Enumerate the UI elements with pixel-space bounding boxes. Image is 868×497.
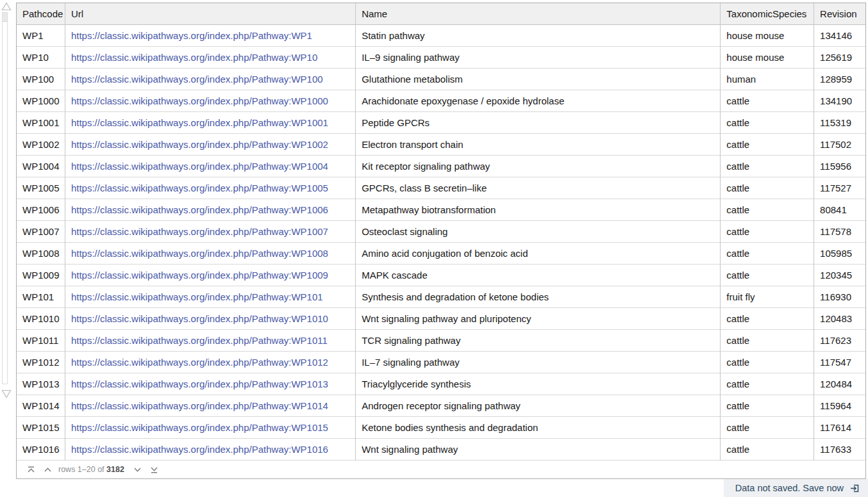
save-now-button[interactable]: Data not saved. Save now <box>724 479 868 497</box>
cell-name[interactable]: Statin pathway <box>356 25 721 47</box>
column-header-taxonomicspecies[interactable]: TaxonomicSpecies <box>721 3 814 25</box>
cell-revision[interactable]: 117502 <box>814 134 865 156</box>
column-header-url[interactable]: Url <box>65 3 356 25</box>
cell-species[interactable]: cattle <box>721 90 814 112</box>
cell-name[interactable]: Ketone bodies synthesis and degradation <box>356 417 721 439</box>
cell-revision[interactable]: 120484 <box>814 373 865 395</box>
pathway-link[interactable]: https://classic.wikipathways.org/index.p… <box>71 161 328 172</box>
cell-pathcode[interactable]: WP1012 <box>17 352 65 373</box>
cell-revision[interactable]: 117547 <box>814 352 865 373</box>
cell-revision[interactable]: 134146 <box>814 25 865 47</box>
cell-pathcode[interactable]: WP101 <box>17 286 65 308</box>
pathway-link[interactable]: https://classic.wikipathways.org/index.p… <box>71 95 328 106</box>
cell-name[interactable]: Triacylglyceride synthesis <box>356 373 721 395</box>
cell-pathcode[interactable]: WP1011 <box>17 330 65 352</box>
column-header-revision[interactable]: Revision <box>814 3 865 25</box>
first-page-button[interactable] <box>22 462 39 477</box>
cell-pathcode[interactable]: WP1010 <box>17 308 65 330</box>
cell-name[interactable]: MAPK cascade <box>356 265 721 286</box>
cell-revision[interactable]: 117527 <box>814 177 865 199</box>
cell-pathcode[interactable]: WP1016 <box>17 439 65 460</box>
cell-revision[interactable]: 116930 <box>814 286 865 308</box>
pathway-link[interactable]: https://classic.wikipathways.org/index.p… <box>71 183 328 193</box>
vertical-scrollbar-track[interactable] <box>2 12 8 384</box>
pathway-link[interactable]: https://classic.wikipathways.org/index.p… <box>71 30 312 41</box>
cell-revision[interactable]: 117633 <box>814 439 865 460</box>
cell-species[interactable]: cattle <box>721 112 814 134</box>
cell-species[interactable]: cattle <box>721 243 814 265</box>
cell-species[interactable]: cattle <box>721 395 814 417</box>
cell-species[interactable]: cattle <box>721 330 814 352</box>
cell-species[interactable]: cattle <box>721 199 814 221</box>
cell-name[interactable]: Androgen receptor signaling pathway <box>356 395 721 417</box>
cell-name[interactable]: Kit receptor signaling pathway <box>356 156 721 177</box>
cell-species[interactable]: cattle <box>721 308 814 330</box>
gutter-down-triangle-icon[interactable] <box>1 389 12 398</box>
cell-pathcode[interactable]: WP10 <box>17 47 65 69</box>
cell-name[interactable]: GPCRs, class B secretin–like <box>356 177 721 199</box>
cell-pathcode[interactable]: WP1002 <box>17 134 65 156</box>
pathway-link[interactable]: https://classic.wikipathways.org/index.p… <box>71 74 323 85</box>
cell-revision[interactable]: 120345 <box>814 265 865 286</box>
cell-revision[interactable]: 134190 <box>814 90 865 112</box>
cell-pathcode[interactable]: WP1015 <box>17 417 65 439</box>
cell-species[interactable]: cattle <box>721 373 814 395</box>
pathway-link[interactable]: https://classic.wikipathways.org/index.p… <box>71 52 317 63</box>
cell-pathcode[interactable]: WP1 <box>17 25 65 47</box>
cell-pathcode[interactable]: WP1006 <box>17 199 65 221</box>
cell-pathcode[interactable]: WP1007 <box>17 221 65 243</box>
cell-revision[interactable]: 117623 <box>814 330 865 352</box>
cell-name[interactable]: IL–9 signaling pathway <box>356 47 721 69</box>
cell-name[interactable]: TCR signaling pathway <box>356 330 721 352</box>
cell-species[interactable]: cattle <box>721 177 814 199</box>
pathway-link[interactable]: https://classic.wikipathways.org/index.p… <box>71 248 328 259</box>
pathway-link[interactable]: https://classic.wikipathways.org/index.p… <box>71 139 328 150</box>
cell-species[interactable]: cattle <box>721 221 814 243</box>
next-page-button[interactable] <box>129 462 146 477</box>
cell-revision[interactable]: 115319 <box>814 112 865 134</box>
cell-revision[interactable]: 115964 <box>814 395 865 417</box>
cell-revision[interactable]: 117614 <box>814 417 865 439</box>
pathway-link[interactable]: https://classic.wikipathways.org/index.p… <box>71 379 328 389</box>
cell-name[interactable]: Osteoclast signaling <box>356 221 721 243</box>
pathway-link[interactable]: https://classic.wikipathways.org/index.p… <box>71 270 328 281</box>
pathway-link[interactable]: https://classic.wikipathways.org/index.p… <box>71 422 328 433</box>
cell-species[interactable]: human <box>721 69 814 90</box>
cell-name[interactable]: Electron transport chain <box>356 134 721 156</box>
cell-name[interactable]: Wnt signaling pathway <box>356 439 721 460</box>
cell-species[interactable]: cattle <box>721 352 814 373</box>
cell-revision[interactable]: 80841 <box>814 199 865 221</box>
pathway-link[interactable]: https://classic.wikipathways.org/index.p… <box>71 444 328 455</box>
cell-species[interactable]: cattle <box>721 156 814 177</box>
pathway-link[interactable]: https://classic.wikipathways.org/index.p… <box>71 357 328 368</box>
pathway-link[interactable]: https://classic.wikipathways.org/index.p… <box>71 291 323 302</box>
cell-species[interactable]: cattle <box>721 439 814 460</box>
cell-species[interactable]: house mouse <box>721 47 814 69</box>
last-page-button[interactable] <box>146 462 163 477</box>
cell-pathcode[interactable]: WP1013 <box>17 373 65 395</box>
cell-pathcode[interactable]: WP1001 <box>17 112 65 134</box>
cell-pathcode[interactable]: WP1000 <box>17 90 65 112</box>
cell-name[interactable]: Peptide GPCRs <box>356 112 721 134</box>
cell-species[interactable]: fruit fly <box>721 286 814 308</box>
cell-pathcode[interactable]: WP1014 <box>17 395 65 417</box>
cell-name[interactable]: Amino acid conjugation of benzoic acid <box>356 243 721 265</box>
pathway-link[interactable]: https://classic.wikipathways.org/index.p… <box>71 400 328 411</box>
cell-revision[interactable]: 115956 <box>814 156 865 177</box>
previous-page-button[interactable] <box>39 462 56 477</box>
cell-pathcode[interactable]: WP1009 <box>17 265 65 286</box>
gutter-up-triangle-icon[interactable] <box>1 2 12 11</box>
cell-revision[interactable]: 117578 <box>814 221 865 243</box>
cell-species[interactable]: cattle <box>721 265 814 286</box>
cell-pathcode[interactable]: WP1008 <box>17 243 65 265</box>
cell-name[interactable]: Synthesis and degradation of ketone bodi… <box>356 286 721 308</box>
cell-revision[interactable]: 128959 <box>814 69 865 90</box>
cell-name[interactable]: IL–7 signaling pathway <box>356 352 721 373</box>
pathway-link[interactable]: https://classic.wikipathways.org/index.p… <box>71 335 328 346</box>
pathway-link[interactable]: https://classic.wikipathways.org/index.p… <box>71 313 328 324</box>
cell-name[interactable]: Wnt signaling pathway and pluripotency <box>356 308 721 330</box>
cell-name[interactable]: Glutathione metabolism <box>356 69 721 90</box>
column-header-pathcode[interactable]: Pathcode <box>17 3 65 25</box>
cell-species[interactable]: house mouse <box>721 25 814 47</box>
pathway-link[interactable]: https://classic.wikipathways.org/index.p… <box>71 117 328 128</box>
